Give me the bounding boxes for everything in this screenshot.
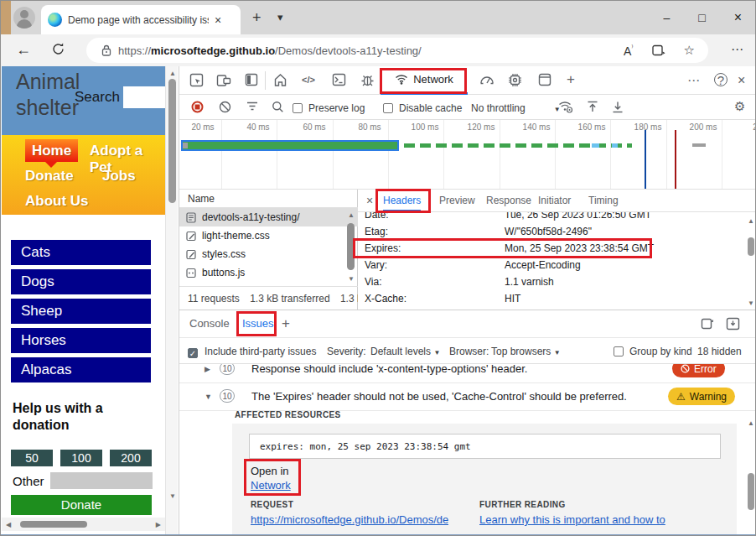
tab-timing[interactable]: Timing bbox=[588, 195, 619, 206]
nav-item-jobs[interactable]: Jobs bbox=[102, 168, 136, 185]
scroll-down-icon: ▼ bbox=[348, 275, 355, 283]
expand-right-icon[interactable]: ▶ bbox=[205, 365, 210, 373]
column-header-name[interactable]: Name bbox=[179, 190, 358, 208]
tab-console[interactable]: Console bbox=[189, 317, 230, 330]
favorites-star-icon[interactable]: ☆ bbox=[684, 43, 695, 58]
minimize-button[interactable]: – bbox=[663, 11, 670, 24]
category-button-cats[interactable]: Cats bbox=[11, 240, 151, 265]
category-button-dogs[interactable]: Dogs bbox=[11, 269, 151, 294]
dock-side-icon[interactable] bbox=[245, 73, 258, 86]
request-row[interactable]: light-theme.css bbox=[179, 226, 358, 245]
back-button[interactable]: ← bbox=[16, 41, 31, 59]
scroll-right-icon[interactable]: ▶ bbox=[156, 521, 161, 528]
preserve-log-checkbox[interactable] bbox=[293, 103, 303, 113]
network-conditions-icon[interactable] bbox=[558, 101, 573, 113]
request-url-link[interactable]: https://microsoftedge.github.io/Demos/de bbox=[251, 513, 448, 526]
tab-list-chevron-icon[interactable]: ▾ bbox=[277, 12, 283, 23]
donate-button[interactable]: Donate bbox=[11, 495, 152, 515]
more-tools-icon[interactable]: + bbox=[282, 315, 290, 332]
scrollbar-thumb[interactable] bbox=[347, 223, 355, 270]
address-bar[interactable]: https://microsoftedge.github.io/Demos/de… bbox=[86, 38, 708, 63]
request-row[interactable]: buttons.js bbox=[179, 263, 358, 282]
nav-item-donate[interactable]: Donate bbox=[25, 168, 74, 185]
request-row[interactable]: styles.css bbox=[179, 245, 358, 263]
memory-chip-icon[interactable] bbox=[508, 73, 522, 87]
detail-scrollbar[interactable]: ▲ ▼ bbox=[746, 217, 756, 308]
severity-dropdown[interactable]: Default levels ▼ bbox=[370, 346, 440, 357]
read-aloud-icon[interactable]: A⁾ bbox=[624, 44, 634, 58]
scroll-left-icon[interactable]: ◀ bbox=[6, 521, 11, 528]
disable-cache-checkbox[interactable] bbox=[383, 103, 393, 113]
expand-down-icon[interactable]: ▼ bbox=[205, 393, 212, 401]
maximize-button[interactable]: □ bbox=[698, 11, 705, 24]
tab-response[interactable]: Response bbox=[486, 195, 531, 206]
export-har-icon[interactable] bbox=[612, 101, 624, 113]
include-third-party-checkbox[interactable]: ✓ bbox=[188, 348, 198, 358]
tab-headers[interactable]: Headers bbox=[383, 195, 421, 211]
scrollbar-thumb[interactable] bbox=[20, 521, 87, 528]
network-overview-timeline[interactable]: 20 ms 40 ms 60 ms 80 ms 100 ms 120 ms 14… bbox=[179, 120, 756, 190]
network-settings-gear-icon[interactable]: ⚙ bbox=[734, 99, 745, 114]
nav-item-about-us[interactable]: About Us bbox=[25, 193, 89, 210]
other-amount-input[interactable] bbox=[50, 472, 153, 489]
search-input[interactable] bbox=[123, 86, 165, 108]
tab-close-icon[interactable]: × bbox=[215, 14, 221, 26]
inspect-element-icon[interactable] bbox=[189, 73, 204, 87]
performance-gauge-icon[interactable] bbox=[479, 73, 495, 86]
browser-tab[interactable]: Demo page with accessibility issu × bbox=[41, 5, 241, 34]
issue-row-warning[interactable]: ▼ 10 The 'Expires' header should not be … bbox=[179, 383, 756, 411]
close-devtools-icon[interactable]: × bbox=[738, 73, 745, 88]
timeline-selected-window[interactable] bbox=[181, 140, 399, 151]
scrollbar-thumb[interactable] bbox=[748, 473, 754, 510]
throttling-dropdown[interactable]: No throttling▼ bbox=[471, 102, 561, 114]
debugger-bug-icon[interactable] bbox=[360, 73, 375, 87]
category-button-horses[interactable]: Horses bbox=[11, 328, 151, 353]
elements-tab-icon[interactable]: </> bbox=[302, 75, 315, 85]
issue-row-error[interactable]: ▶ 10 Response should include 'x-content-… bbox=[179, 364, 756, 383]
clear-network-log-icon[interactable] bbox=[219, 101, 231, 113]
scroll-down-icon[interactable]: ▼ bbox=[169, 492, 176, 500]
category-button-alpacas[interactable]: Alpacas bbox=[11, 357, 151, 382]
welcome-home-icon[interactable] bbox=[273, 73, 287, 87]
console-tab-icon[interactable] bbox=[332, 73, 346, 86]
profile-avatar[interactable] bbox=[13, 7, 35, 29]
scrollbar-thumb[interactable] bbox=[748, 237, 754, 256]
refresh-button[interactable] bbox=[51, 42, 65, 56]
request-list-scrollbar[interactable]: ▲ ▼ bbox=[345, 210, 356, 284]
browser-filter-dropdown[interactable]: Top browsers ▼ bbox=[491, 346, 561, 357]
amount-button-200[interactable]: 200 bbox=[110, 450, 152, 466]
request-row[interactable]: devtools-a11y-testing/ bbox=[179, 208, 358, 226]
browser-menu-icon[interactable]: ⋯ bbox=[731, 42, 743, 57]
more-tabs-icon[interactable]: + bbox=[567, 71, 575, 88]
split-screen-icon[interactable] bbox=[652, 44, 665, 56]
tab-initiator[interactable]: Initiator bbox=[538, 195, 571, 206]
filter-icon[interactable] bbox=[246, 101, 258, 112]
record-network-log-icon[interactable] bbox=[191, 101, 204, 113]
further-reading-link[interactable]: Learn why this is important and how to bbox=[479, 513, 665, 526]
search-icon[interactable] bbox=[272, 101, 284, 113]
amount-button-100[interactable]: 100 bbox=[60, 450, 102, 466]
page-horizontal-scrollbar[interactable]: ◀ ▶ bbox=[2, 518, 165, 531]
help-icon[interactable]: ? bbox=[714, 73, 728, 86]
group-by-kind-checkbox[interactable] bbox=[614, 346, 624, 356]
issues-scrollbar[interactable]: ▲ ▼ bbox=[746, 419, 756, 536]
amount-button-50[interactable]: 50 bbox=[11, 450, 53, 466]
category-button-sheep[interactable]: Sheep bbox=[11, 299, 151, 324]
close-detail-icon[interactable]: × bbox=[366, 194, 373, 207]
close-window-button[interactable]: × bbox=[734, 10, 742, 25]
expand-drawer-icon[interactable] bbox=[726, 317, 740, 330]
dock-drawer-icon[interactable] bbox=[701, 317, 715, 330]
nav-item-home[interactable]: Home bbox=[25, 139, 78, 162]
new-tab-button[interactable]: + bbox=[252, 10, 261, 25]
scrollbar-thumb[interactable] bbox=[168, 79, 176, 203]
application-tab-icon[interactable] bbox=[538, 73, 551, 86]
tab-preview[interactable]: Preview bbox=[439, 195, 475, 206]
page-vertical-scrollbar[interactable]: ▲ ▼ bbox=[165, 66, 178, 535]
scroll-up-icon[interactable]: ▲ bbox=[169, 70, 176, 77]
tab-network[interactable]: Network bbox=[381, 66, 468, 95]
devtools-menu-icon[interactable]: ⋯ bbox=[687, 73, 700, 88]
device-emulation-icon[interactable] bbox=[216, 73, 231, 87]
import-har-icon[interactable] bbox=[587, 101, 598, 113]
tab-issues[interactable]: Issues bbox=[242, 317, 274, 330]
open-in-network-link[interactable]: Network bbox=[251, 479, 291, 492]
